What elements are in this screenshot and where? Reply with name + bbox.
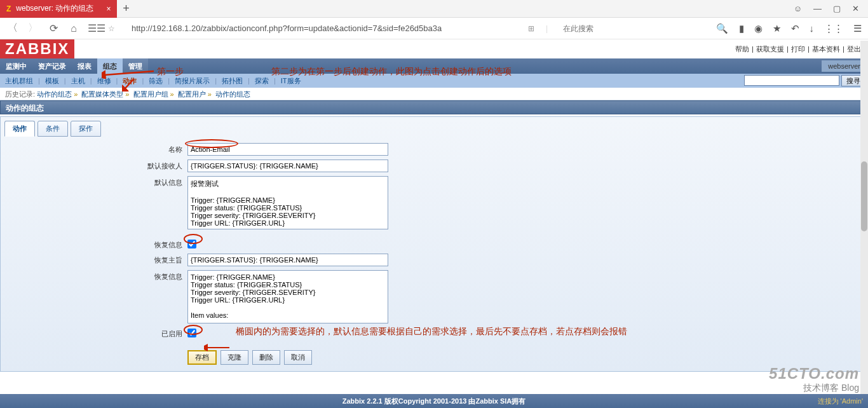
name-label: 名称: [4, 143, 187, 154]
breadcrumb: 历史记录: 动作的组态» 配置媒体类型» 配置用户组» 配置用户» 动作的组态: [0, 88, 868, 100]
close-window-icon[interactable]: ✕: [852, 4, 859, 13]
bc-item[interactable]: 配置媒体类型: [81, 90, 123, 98]
link-help[interactable]: 帮助: [735, 45, 750, 53]
recover-info-checkbox[interactable]: [187, 240, 196, 248]
new-tab-button[interactable]: +: [117, 0, 135, 18]
subnav-hosts[interactable]: 主机: [66, 76, 90, 86]
enabled-checkbox[interactable]: [187, 329, 196, 337]
link-logout[interactable]: 登出: [846, 45, 862, 53]
default-recipient-label: 默认接收人: [4, 160, 187, 171]
nav-reports[interactable]: 报表: [72, 58, 97, 74]
sub-nav: 主机群组| 模板| 主机| 维修| 动作| 筛选| 简报片展示| 拓扑图| 探索…: [0, 74, 868, 88]
page-scrollbar[interactable]: [860, 41, 868, 408]
nav-config[interactable]: 组态: [97, 58, 123, 74]
tab-operations[interactable]: 探作: [71, 121, 101, 137]
tab-close-icon[interactable]: ×: [106, 4, 111, 13]
tab-action[interactable]: 动作: [4, 121, 35, 137]
forward-button[interactable]: 〉: [27, 22, 39, 35]
favorite-icon[interactable]: ★: [773, 23, 781, 34]
search-icon[interactable]: 🔍: [716, 23, 729, 34]
tab-title: webserver: 动作的组态: [16, 3, 93, 14]
maximize-icon[interactable]: ▢: [833, 4, 841, 13]
cancel-button[interactable]: 取消: [284, 350, 312, 365]
download-icon[interactable]: ↓: [810, 23, 815, 34]
default-msg-label: 默认信息: [4, 176, 187, 187]
subnav-hostgroups[interactable]: 主机群组: [0, 76, 38, 86]
link-profile[interactable]: 基本资料: [811, 45, 841, 53]
clone-button[interactable]: 克隆: [220, 350, 248, 365]
footer-connected-as: 连接为 'Admin': [818, 397, 863, 406]
zabbix-logo: ZABBIX: [0, 39, 74, 58]
bookmark-star-icon[interactable]: ☆: [108, 24, 115, 33]
footer-copyright: Zabbix 2.2.1 版权Copyright 2001-2013 由Zabb…: [342, 397, 526, 406]
recover-msg-textarea[interactable]: [187, 270, 388, 323]
extensions-icon[interactable]: ⋮⋮: [824, 23, 843, 34]
save-button[interactable]: 存档: [187, 350, 217, 365]
bc-item[interactable]: 配置用户: [178, 90, 206, 98]
subnav-actions[interactable]: 动作: [118, 76, 142, 86]
browser-tab[interactable]: Z webserver: 动作的组态 ×: [0, 0, 117, 18]
enabled-label: 已启用: [4, 327, 187, 339]
bc-item[interactable]: 动作的组态: [37, 90, 72, 98]
default-msg-textarea[interactable]: [187, 176, 388, 229]
tab-conditions[interactable]: 条件: [37, 121, 68, 137]
subnav-templates[interactable]: 模板: [40, 76, 64, 86]
ext-wechat-icon[interactable]: ◉: [754, 23, 763, 34]
menu-icon[interactable]: ☰: [853, 23, 862, 34]
subnav-maintenance[interactable]: 维修: [92, 76, 116, 86]
url-input[interactable]: [126, 21, 520, 36]
zabbix-search-input[interactable]: [744, 75, 839, 86]
user-icon[interactable]: ☺: [794, 4, 802, 13]
link-support[interactable]: 获取支援: [756, 45, 785, 53]
default-recipient-input[interactable]: [187, 160, 388, 172]
name-input[interactable]: [187, 143, 388, 156]
recover-subject-input[interactable]: [187, 254, 388, 266]
minimize-icon[interactable]: —: [813, 4, 822, 13]
subnav-itservices[interactable]: IT服务: [276, 76, 306, 86]
translate-icon[interactable]: ⊞: [528, 24, 534, 33]
bc-item[interactable]: 动作的组态: [215, 90, 250, 98]
top-links: 帮助 | 获取支援 | 打印 | 基本资料 | 登出: [735, 44, 862, 54]
browser-search-input[interactable]: [559, 21, 662, 36]
delete-button[interactable]: 删除: [252, 350, 280, 365]
reader-icon[interactable]: ☰☰: [88, 22, 100, 34]
footer: Zabbix 2.2.1 版权Copyright 2001-2013 由Zabb…: [0, 394, 868, 408]
subnav-filter[interactable]: 筛选: [144, 76, 168, 86]
main-nav: 监测中 资产记录 报表 组态 管理 webserver: [0, 58, 868, 74]
link-print[interactable]: 打印: [790, 45, 806, 53]
subnav-discovery[interactable]: 探索: [250, 76, 274, 86]
nav-admin[interactable]: 管理: [123, 58, 148, 74]
home-button[interactable]: ⌂: [67, 23, 80, 34]
subnav-maps[interactable]: 拓扑图: [217, 76, 248, 86]
section-header: 动作的组态: [0, 100, 868, 114]
undo-icon[interactable]: ↶: [791, 23, 799, 34]
ext-android-icon[interactable]: ▮: [739, 23, 744, 34]
bc-item[interactable]: 配置用户组: [133, 90, 168, 98]
subnav-slideshows[interactable]: 简报片展示: [170, 76, 215, 86]
nav-inventory[interactable]: 资产记录: [32, 58, 72, 74]
recover-info-label: 恢复信息: [4, 238, 187, 250]
nav-monitoring[interactable]: 监测中: [0, 58, 32, 74]
recover-msg-label: 恢复信息: [4, 270, 187, 282]
back-button[interactable]: 〈: [6, 22, 19, 35]
tab-favicon-icon: Z: [6, 4, 11, 13]
recover-subject-label: 恢复主旨: [4, 254, 187, 265]
reload-button[interactable]: ⟳: [47, 22, 60, 34]
